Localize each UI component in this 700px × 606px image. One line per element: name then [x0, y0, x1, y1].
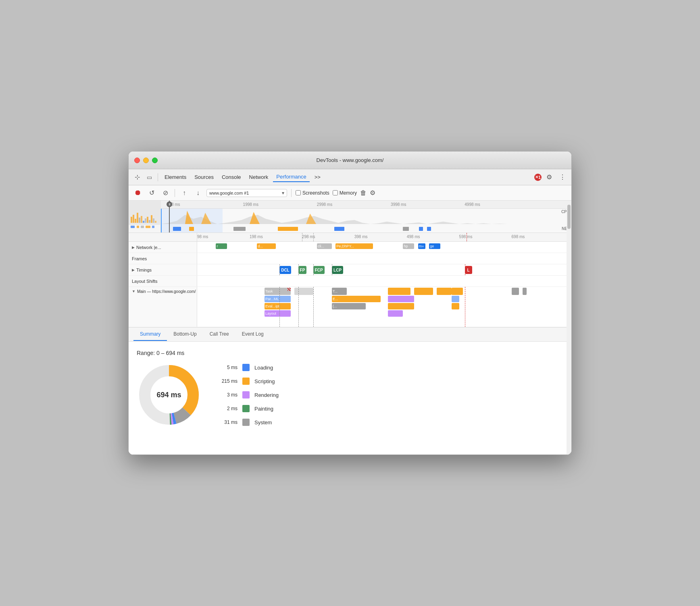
capture-settings-icon[interactable]: ⚙ — [370, 189, 375, 197]
legend-system: 31 ms System — [217, 419, 279, 426]
device-icon[interactable]: ▭ — [144, 172, 154, 183]
overview-left-gutter — [129, 201, 161, 232]
overview-tick-2: 1998 ms — [243, 202, 258, 207]
frames-track-label[interactable]: Frames — [129, 253, 197, 264]
task-bar-y3[interactable] — [388, 303, 414, 309]
svg-rect-18 — [152, 226, 154, 228]
layout-shifts-label[interactable]: Layout Shifts — [129, 276, 197, 286]
tab-network[interactable]: Network — [246, 172, 272, 182]
main-vline-1 — [279, 287, 280, 327]
timing-dcl[interactable]: DCL — [279, 266, 291, 274]
detail-ruler-ticks: 98 ms 198 ms 298 ms 398 ms 498 ms 598 ms… — [197, 233, 571, 241]
task-bar-y5[interactable] — [452, 288, 463, 295]
maximize-button[interactable] — [152, 158, 158, 163]
net-bar-7[interactable]: ge — [429, 243, 440, 249]
task-bar-paren[interactable]: (... — [332, 303, 366, 309]
bottom-tabs: Summary Bottom-Up Call Tree Event Log — [129, 327, 571, 342]
task-bar-purple1[interactable] — [388, 296, 414, 302]
timeline-scrollbar[interactable] — [567, 201, 571, 454]
task-bar-y6[interactable] — [452, 303, 459, 309]
clear-button[interactable]: ⊘ — [160, 188, 171, 198]
timing-lcp[interactable]: LCP — [332, 266, 343, 274]
frames-track-content — [197, 253, 571, 264]
svg-rect-9 — [147, 217, 148, 223]
main-expand-icon[interactable]: ▼ — [132, 289, 135, 293]
reload-record-button[interactable]: ↺ — [146, 188, 157, 198]
task-bar-evalscript[interactable]: Eval...ipt — [265, 303, 291, 309]
timings-track: ▶ Timings DCL FP FCP LCP L — [129, 264, 571, 276]
task-bar-y4[interactable] — [437, 288, 452, 295]
tab-bottom-up[interactable]: Bottom-Up — [167, 328, 203, 341]
svg-rect-13 — [155, 221, 156, 223]
tab-console[interactable]: Console — [219, 172, 244, 182]
layout-shifts-track: Layout Shifts — [129, 276, 571, 287]
task-bar-far1[interactable] — [512, 288, 519, 295]
task-bar-parml[interactable]: Par...ML — [265, 296, 291, 302]
memory-checkbox[interactable] — [333, 190, 338, 195]
summary-content: 694 ms 5 ms Loading 215 ms Scripting — [137, 363, 563, 427]
network-track-label[interactable]: ▶ Network |e... — [129, 242, 197, 253]
error-icon: ✕ — [535, 175, 538, 179]
net-bar-3[interactable]: cli... — [317, 243, 332, 249]
more-tabs-button[interactable]: >> — [311, 172, 324, 182]
task-bar-2[interactable] — [294, 288, 313, 295]
legend-scripting: 215 ms Scripting — [217, 378, 279, 385]
minimize-button[interactable] — [143, 158, 149, 163]
main-toolbar: ⊹ ▭ Elements Sources Console Network Per… — [129, 169, 571, 185]
main-track-content[interactable]: Task Par...ML Eval...ipt Layout T... E..… — [197, 287, 571, 327]
network-track: ▶ Network |e... r d... cli... Pe,DhPY...… — [129, 242, 571, 253]
tab-summary[interactable]: Summary — [133, 328, 167, 341]
tab-event-log[interactable]: Event Log — [235, 328, 270, 341]
timing-l[interactable]: L — [465, 266, 472, 274]
task-bar-t[interactable]: T... — [332, 288, 347, 295]
net-bar-1[interactable]: r — [216, 243, 227, 249]
task-bar-e[interactable]: E... — [332, 296, 381, 302]
perf-sep-2 — [291, 189, 292, 197]
timeline-overview[interactable]: ⏸ 98 ms 1998 ms 2998 ms 3998 ms 4998 ms … — [129, 201, 571, 233]
upload-button[interactable]: ↑ — [179, 188, 190, 198]
task-bar-task[interactable]: Task — [265, 288, 291, 295]
main-track-label[interactable]: ▼ Main — https://www.google.com/ — [129, 287, 197, 327]
time-marker-line-1 — [302, 233, 302, 241]
settings-icon[interactable]: ⚙ — [544, 172, 554, 183]
scripting-color — [242, 378, 250, 385]
task-bar-y2[interactable] — [414, 288, 433, 295]
tab-call-tree[interactable]: Call Tree — [203, 328, 235, 341]
playhead[interactable]: ⏸ — [169, 201, 170, 232]
net-bar-2[interactable]: d... — [257, 243, 275, 249]
tab-elements[interactable]: Elements — [161, 172, 190, 182]
task-bar-y1[interactable] — [388, 288, 410, 295]
painting-value: 2 ms — [217, 406, 237, 411]
timings-label-text: Timings — [136, 268, 152, 272]
record-button[interactable]: ⏺ — [133, 188, 143, 198]
task-bar-far2[interactable] — [523, 288, 526, 295]
net-bar-6[interactable]: m= — [418, 243, 426, 249]
more-options-icon[interactable]: ⋮ — [557, 172, 568, 182]
svg-rect-26 — [427, 227, 431, 231]
playhead-head: ⏸ — [167, 201, 172, 207]
tab-sources[interactable]: Sources — [191, 172, 217, 182]
net-bar-5[interactable]: hp — [403, 243, 414, 249]
timing-fcp[interactable]: FCP — [313, 266, 325, 274]
url-dropdown-icon[interactable]: ▾ — [282, 190, 284, 196]
network-expand-icon[interactable]: ▶ — [132, 245, 135, 249]
overview-ruler: 98 ms 1998 ms 2998 ms 3998 ms 4998 ms — [161, 201, 571, 209]
task-bar-blue1[interactable] — [452, 296, 459, 302]
donut-chart: 694 ms — [137, 363, 201, 427]
task-bar-layout[interactable]: Layout — [265, 310, 291, 317]
scrollbar-thumb[interactable] — [567, 205, 571, 229]
inspect-icon[interactable]: ⊹ — [132, 172, 142, 183]
delete-button[interactable]: 🗑 — [360, 189, 367, 197]
timings-track-label[interactable]: ▶ Timings — [129, 264, 197, 275]
svg-rect-20 — [189, 227, 194, 231]
download-button[interactable]: ↓ — [193, 188, 203, 198]
tab-performance[interactable]: Performance — [273, 172, 309, 182]
timing-fp[interactable]: FP — [298, 266, 307, 274]
overview-content: ⏸ 98 ms 1998 ms 2998 ms 3998 ms 4998 ms … — [161, 201, 571, 232]
timings-expand-icon[interactable]: ▶ — [132, 268, 135, 272]
task-bar-purple2[interactable] — [388, 310, 403, 317]
screenshots-checkbox[interactable] — [296, 190, 301, 195]
network-track-content: r d... cli... Pe,DhPY... hp m= ge — [197, 242, 571, 253]
close-button[interactable] — [134, 158, 140, 163]
net-bar-4[interactable]: Pe,DhPY... — [335, 243, 373, 249]
